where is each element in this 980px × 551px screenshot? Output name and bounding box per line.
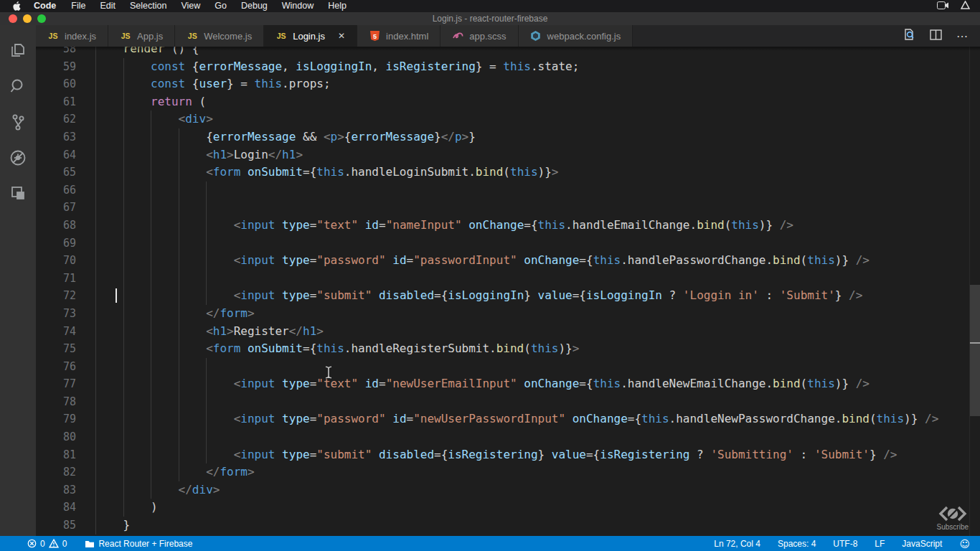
search-icon[interactable] [0,68,36,104]
code-line[interactable]: 85} [36,517,980,534]
vertical-scrollbar[interactable] [969,47,980,536]
line-number[interactable]: 75 [36,340,95,358]
eol-setting[interactable]: LF [875,539,885,549]
code-line[interactable]: 58render () { [36,47,980,58]
menu-selection[interactable]: Selection [123,0,174,12]
code-line[interactable]: 73</form> [36,305,980,323]
tab-App.js[interactable]: JSApp.js [108,25,175,47]
code-line[interactable]: 71 [36,270,980,288]
indentation-setting[interactable]: Spaces: 4 [778,539,816,549]
open-changes-icon[interactable] [903,28,915,44]
menu-debug[interactable]: Debug [234,0,275,12]
feedback-smiley-icon[interactable]: ☺ [959,539,970,549]
extensions-icon[interactable] [0,176,36,212]
tab-Welcome.js[interactable]: JSWelcome.js [175,25,264,47]
code-editor[interactable]: 58render () {59const {errorMessage, isLo… [36,47,980,536]
line-number[interactable]: 78 [36,393,95,411]
cursor-position[interactable]: Ln 72, Col 4 [714,539,760,549]
code-line[interactable]: 63{errorMessage && <p>{errorMessage}</p>… [36,128,980,146]
line-number[interactable]: 63 [36,128,95,146]
line-number[interactable]: 83 [36,481,95,499]
code-line[interactable]: 61return ( [36,93,980,111]
code-line[interactable]: 84) [36,499,980,517]
code-line[interactable]: 60const {user} = this.props; [36,75,980,93]
line-number[interactable]: 77 [36,375,95,393]
code-line[interactable]: 81<input type="submit" disabled={isRegis… [36,446,980,464]
line-number[interactable]: 73 [36,305,95,323]
encoding-setting[interactable]: UTF-8 [833,539,857,549]
line-number[interactable]: 59 [36,58,95,76]
menu-go[interactable]: Go [207,0,234,12]
code-line[interactable]: 70<input type="password" id="passwordInp… [36,252,980,270]
menu-help[interactable]: Help [321,0,354,12]
line-number[interactable]: 62 [36,110,95,128]
tab-Login.js[interactable]: JSLogin.js✕ [264,25,357,47]
menu-file[interactable]: File [64,0,93,12]
code-line[interactable]: 75<form onSubmit={this.handleRegisterSub… [36,340,980,358]
code-line[interactable]: 62<div> [36,110,980,128]
subscribe-label: Subscribe [937,523,969,531]
code-line[interactable]: 59const {errorMessage, isLoggingIn, isRe… [36,58,980,76]
code-line[interactable]: 76 [36,358,980,376]
line-number[interactable]: 72 [36,287,95,305]
line-number[interactable]: 64 [36,146,95,164]
line-number[interactable]: 82 [36,463,95,481]
line-number[interactable]: 67 [36,199,95,217]
debug-icon[interactable] [0,140,36,176]
tab-app.scss[interactable]: app.scss [440,25,518,47]
line-number[interactable]: 85 [36,517,95,534]
code-line[interactable]: 69 [36,235,980,253]
tab-webpack.config.js[interactable]: webpack.config.js [519,25,633,47]
language-mode[interactable]: JavaScript [902,539,942,549]
code-line[interactable]: 80 [36,428,980,446]
menu-window[interactable]: Window [275,0,321,12]
line-number[interactable]: 65 [36,164,95,182]
code-line[interactable]: 79<input type="password" id="newUserPass… [36,410,980,428]
line-number[interactable]: 60 [36,75,95,93]
code-line[interactable]: 68<input type="text" id="nameInput" onCh… [36,217,980,235]
code-line[interactable]: 64<h1>Login</h1> [36,146,980,164]
tab-label: index.js [65,31,96,42]
project-indicator[interactable]: React Router + Firebase [85,539,192,549]
menu-view[interactable]: View [174,0,207,12]
line-number[interactable]: 80 [36,428,95,446]
line-number[interactable]: 81 [36,446,95,464]
code-line[interactable]: 72<input type="submit" disabled={isLoggi… [36,287,980,305]
screen-record-icon[interactable] [937,1,949,11]
split-editor-icon[interactable] [930,29,942,43]
line-number[interactable]: 66 [36,182,95,199]
tab-index.js[interactable]: JSindex.js [36,25,108,47]
menu-edit[interactable]: Edit [93,0,123,12]
overview-ruler-cursor-marker [970,342,980,344]
code-line[interactable]: 83</div> [36,481,980,499]
line-number[interactable]: 84 [36,499,95,517]
menu-code[interactable]: Code [26,0,64,12]
line-number[interactable]: 79 [36,410,95,428]
code-logo-icon [938,505,968,522]
code-line[interactable]: 66 [36,182,980,199]
code-line[interactable]: 82</form> [36,463,980,481]
line-number[interactable]: 61 [36,93,95,111]
problems-indicator[interactable]: 0 0 [27,539,67,549]
line-number[interactable]: 74 [36,323,95,341]
line-number[interactable]: 58 [36,47,95,58]
source-control-icon[interactable] [0,104,36,140]
line-number[interactable]: 70 [36,252,95,270]
line-number[interactable]: 69 [36,235,95,253]
scrollbar-thumb[interactable] [970,285,980,416]
tab-index.html[interactable]: 5index.html [357,25,440,47]
code-line[interactable]: 65<form onSubmit={this.handleLoginSubmit… [36,164,980,182]
code-line[interactable]: 67 [36,199,980,217]
line-content: } [95,517,130,534]
more-actions-icon[interactable]: ⋯ [956,29,969,43]
explorer-icon[interactable] [0,32,36,68]
line-number[interactable]: 68 [36,217,95,235]
line-number[interactable]: 71 [36,270,95,288]
code-line[interactable]: 74<h1>Register</h1> [36,323,980,341]
apple-menu-icon[interactable] [7,1,26,11]
close-tab-icon[interactable]: ✕ [338,32,345,40]
code-line[interactable]: 78 [36,393,980,411]
line-number[interactable]: 76 [36,358,95,376]
code-line[interactable]: 77<input type="text" id="newUserEmailInp… [36,375,980,393]
drive-icon[interactable] [961,1,970,11]
